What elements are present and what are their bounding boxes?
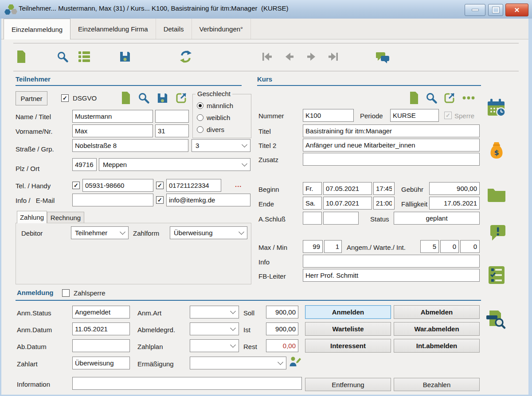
go-previous-icon[interactable]: [284, 51, 295, 62]
subtab-zahlung[interactable]: Zahlung: [17, 211, 47, 223]
kurs-titel2-field[interactable]: [303, 139, 480, 151]
periode-field[interactable]: [390, 109, 439, 122]
tab-verbindungen[interactable]: Verbindungen°: [192, 19, 251, 39]
name-field[interactable]: [72, 110, 153, 123]
kurs-info-field[interactable]: [303, 255, 480, 268]
aschluss-date-field[interactable]: [323, 212, 359, 225]
go-first-icon[interactable]: [262, 51, 273, 62]
tab-einzelanmeldung[interactable]: Einzelanmeldung: [4, 19, 70, 39]
soll-field[interactable]: [266, 306, 298, 318]
teilnehmer-save-icon[interactable]: [156, 92, 168, 104]
partner-button[interactable]: Partner: [16, 91, 47, 105]
abmelden-button[interactable]: Abmelden: [394, 305, 480, 319]
radio-maennlich[interactable]: [197, 102, 203, 109]
go-last-icon[interactable]: [327, 51, 339, 62]
faelligkeit-field[interactable]: [429, 197, 480, 210]
ende-date-field[interactable]: [323, 197, 372, 210]
nummer-field[interactable]: [303, 109, 354, 122]
money-bag-icon[interactable]: $: [488, 141, 505, 160]
kurs-open-external-icon[interactable]: [443, 92, 455, 104]
war-abmelden-button[interactable]: War.abmelden: [394, 322, 480, 336]
save-icon[interactable]: [119, 50, 131, 63]
radio-weiblich[interactable]: [197, 114, 203, 121]
go-next-icon[interactable]: [305, 51, 317, 62]
strasse-field[interactable]: [72, 139, 188, 152]
abmeldegrd-select[interactable]: [190, 322, 239, 335]
anm-art-select[interactable]: [190, 306, 239, 318]
zahlform-select[interactable]: Überweisung: [170, 226, 247, 239]
notes-icon[interactable]: [376, 50, 390, 64]
zahlart-field[interactable]: [72, 357, 130, 369]
teilnehmer-search-icon[interactable]: [138, 92, 150, 104]
minimize-button[interactable]: [465, 4, 485, 16]
gruppe-select[interactable]: 3: [192, 139, 250, 152]
debitor-select[interactable]: Teilnehmer: [71, 226, 129, 239]
gebuehr-field[interactable]: [429, 182, 480, 195]
tel-field[interactable]: [82, 179, 153, 192]
zusatz-field[interactable]: [303, 153, 480, 166]
info-field[interactable]: [72, 194, 153, 206]
tab-einzelanmeldung-firma[interactable]: Einzelanmeldung Firma: [70, 19, 156, 39]
teilnehmer-new-icon[interactable]: [121, 91, 131, 105]
dsgvo-checkbox[interactable]: ✓: [61, 94, 69, 102]
anm-datum-field[interactable]: [72, 322, 130, 335]
refresh-icon[interactable]: [179, 50, 192, 63]
subtab-rechnung[interactable]: Rechnung: [47, 212, 84, 223]
int-abmelden-button[interactable]: Int.abmelden: [394, 339, 480, 353]
entfernung-button[interactable]: Entfernung: [305, 378, 391, 391]
rest-field[interactable]: [266, 339, 298, 352]
more-phone-link[interactable]: ...: [235, 181, 242, 188]
beginn-time-field[interactable]: [373, 182, 395, 195]
warteliste-count-field[interactable]: [440, 240, 459, 253]
ort-select[interactable]: Meppen: [99, 158, 250, 171]
search-icon[interactable]: [57, 51, 69, 63]
interessent-button[interactable]: Interessent: [305, 339, 391, 353]
new-record-icon[interactable]: [16, 50, 27, 63]
kurs-search-icon[interactable]: [426, 92, 438, 104]
ende-day-field[interactable]: [303, 197, 322, 210]
kurs-more-icon[interactable]: [462, 96, 475, 100]
calendar-clock-icon[interactable]: [487, 98, 507, 118]
email-field[interactable]: [166, 194, 250, 206]
interessenten-count-field[interactable]: [460, 240, 480, 253]
vorname-field[interactable]: [72, 124, 153, 137]
angemeldet-count-field[interactable]: [420, 240, 439, 253]
email-checkbox[interactable]: ✓: [156, 196, 164, 204]
sperre-checkbox[interactable]: ✓: [444, 112, 452, 119]
kurs-new-icon[interactable]: [409, 91, 419, 105]
handy-checkbox[interactable]: ✓: [156, 182, 164, 189]
aschluss-day-field[interactable]: [303, 212, 322, 225]
maximize-button[interactable]: [488, 4, 503, 16]
tab-details[interactable]: Details: [156, 19, 192, 39]
information-field[interactable]: [72, 377, 302, 390]
anmelden-button[interactable]: Anmelden: [305, 305, 391, 319]
beginn-day-field[interactable]: [303, 182, 322, 195]
ab-datum-field[interactable]: [72, 339, 130, 352]
teilnehmer-open-external-icon[interactable]: [175, 92, 187, 104]
ende-time-field[interactable]: [373, 197, 395, 210]
anm-status-field[interactable]: [72, 306, 130, 318]
ist-field[interactable]: [266, 322, 298, 335]
document-search-icon[interactable]: [486, 310, 506, 330]
list-view-icon[interactable]: [78, 51, 90, 62]
fbleiter-field[interactable]: [303, 269, 480, 282]
zahlplan-select[interactable]: [190, 339, 239, 352]
radio-divers[interactable]: [197, 126, 203, 133]
ermaessigung-select[interactable]: [190, 357, 286, 369]
titel-field[interactable]: [155, 110, 189, 123]
handy-field[interactable]: [166, 179, 221, 192]
kurs-titel-field[interactable]: [303, 124, 480, 137]
min-field[interactable]: [324, 240, 342, 253]
status-field[interactable]: [394, 212, 480, 225]
beginn-date-field[interactable]: [323, 182, 372, 195]
bezahlen-button[interactable]: Bezahlen: [394, 378, 480, 391]
plz-field[interactable]: [72, 158, 97, 171]
checklist-icon[interactable]: [488, 265, 505, 285]
zahlsperre-checkbox[interactable]: [62, 289, 70, 297]
max-field[interactable]: [303, 240, 323, 253]
folder-icon[interactable]: [487, 187, 506, 202]
tel-checkbox[interactable]: ✓: [72, 182, 80, 189]
person-edit-icon[interactable]: [289, 356, 301, 367]
alert-bubble-icon[interactable]: [489, 224, 506, 243]
nr-field[interactable]: [155, 124, 189, 137]
